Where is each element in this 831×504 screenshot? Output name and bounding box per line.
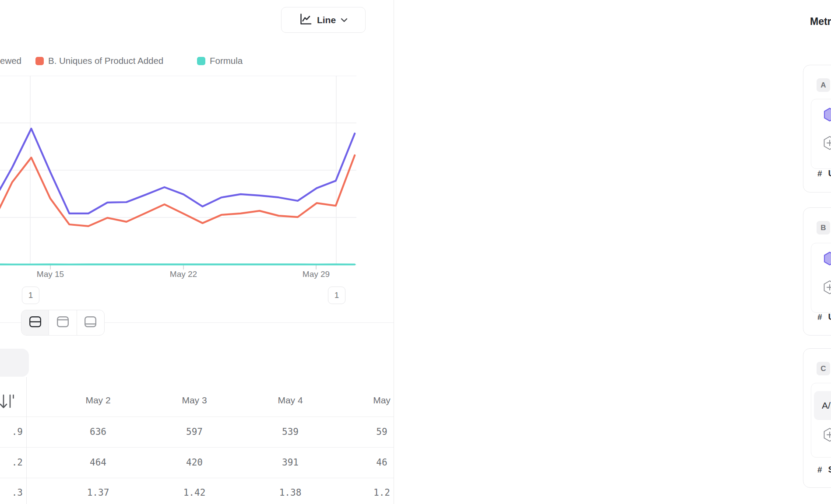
table-cell: 59 [356, 427, 394, 437]
table-cell: 391 [246, 457, 334, 468]
annotation-badge[interactable]: 1 [22, 287, 39, 304]
x-tick-label: May 15 [24, 270, 77, 279]
x-tick-label: May 22 [157, 270, 210, 279]
chart-type-dropdown[interactable]: Line [281, 7, 366, 33]
legend-label: Formula [210, 56, 243, 66]
chart-section: Line ewed B. Uniques of Product Added Fo… [0, 0, 394, 504]
panel-title: Metrics [810, 16, 831, 28]
panel-top-icon [56, 316, 69, 329]
measure-dropdown[interactable]: # Unique Users [817, 312, 831, 322]
column-header[interactable]: May 2 [54, 395, 142, 406]
table-corner-chip [0, 349, 29, 377]
event-box: Product Added Add Event [811, 243, 831, 313]
metric-card-c: C Formula A/B Add Metric # Standard [803, 348, 831, 488]
add-event-button[interactable]: Add Event [823, 136, 831, 152]
column-header[interactable]: May 4 [246, 395, 334, 406]
legend-item-c[interactable]: Formula [197, 55, 243, 66]
annotation-badge[interactable]: 1 [328, 287, 345, 304]
hexagon-plus-icon [823, 280, 831, 296]
event-box: Product Viewed Add Event [811, 99, 831, 169]
table-cell: 597 [151, 427, 238, 437]
panel-bottom-icon [84, 316, 97, 329]
table-divider [0, 416, 394, 417]
column-header[interactable]: May 3 [151, 395, 238, 406]
chevron-down-icon [341, 16, 348, 24]
formula-box: A/B Add Metric [811, 383, 831, 458]
layout-option-bottom[interactable] [77, 310, 104, 335]
table-cell: 1.38 [246, 487, 334, 498]
measure-label: Standard [828, 465, 831, 475]
add-event-button[interactable]: Add Event [823, 280, 831, 296]
table-cell: 1.2 [356, 487, 394, 498]
legend-label: B. Uniques of Product Added [48, 56, 163, 66]
table-divider [0, 478, 394, 478]
layout-option-top[interactable] [49, 310, 76, 335]
legend-item-a-cut[interactable]: ewed [0, 55, 21, 66]
event-item[interactable]: Product Viewed [824, 108, 831, 123]
row-header-fragment: .3 [0, 487, 23, 498]
table-cell: 420 [151, 457, 238, 468]
metric-card-b: B Uniques of Product Added Product Added [803, 207, 831, 336]
metric-badge: A [817, 78, 830, 92]
hexagon-plus-icon [823, 136, 831, 152]
line-chart-icon [299, 13, 312, 28]
add-metric-button[interactable]: Add Metric [823, 427, 831, 444]
table-cell: 464 [54, 457, 142, 468]
layout-toggle-group [21, 310, 105, 336]
row-header-fragment: .2 [0, 457, 23, 468]
table-cell: 539 [246, 427, 334, 437]
legend-swatch-orange [35, 57, 44, 65]
hash-icon: # [817, 169, 822, 178]
table-cell: 1.42 [151, 487, 238, 498]
legend-swatch-teal [197, 57, 205, 65]
event-hexagon-icon [824, 108, 831, 123]
table-divider [0, 447, 394, 448]
measure-label: Unique Users [828, 168, 831, 178]
table-cell: 636 [54, 427, 142, 437]
event-item[interactable]: Product Added [824, 252, 831, 267]
hash-icon: # [817, 465, 822, 475]
row-header-fragment: .9 [0, 427, 23, 437]
event-hexagon-icon [824, 252, 831, 267]
layout-option-split[interactable] [21, 310, 49, 335]
table-divider [26, 377, 27, 504]
metric-card-a: A Uniques of Product Viewed Product View… [803, 65, 831, 192]
measure-type[interactable]: # Standard [817, 465, 831, 475]
chart-type-label: Line [317, 15, 336, 25]
formula-input[interactable]: A/B [814, 391, 831, 420]
line-chart [0, 76, 394, 271]
column-header[interactable]: May [338, 395, 394, 406]
sort-descending-icon[interactable] [0, 392, 15, 413]
table-cell: 1.37 [54, 487, 142, 498]
legend-item-b[interactable]: B. Uniques of Product Added [35, 55, 163, 66]
x-tick-label: May 29 [290, 270, 342, 279]
table-cell: 46 [356, 457, 394, 468]
metrics-panel: Metrics A Uniques of Product Viewed Prod… [394, 0, 831, 504]
metric-badge: B [817, 221, 830, 234]
measure-label: Unique Users [828, 312, 831, 322]
metric-badge: C [817, 362, 830, 375]
split-horizontal-icon [29, 316, 42, 329]
hexagon-plus-icon [823, 427, 831, 444]
hash-icon: # [817, 312, 822, 322]
legend-label: ewed [0, 56, 21, 66]
measure-dropdown[interactable]: # Unique Users [817, 168, 831, 178]
formula-value: A/B [822, 400, 831, 411]
